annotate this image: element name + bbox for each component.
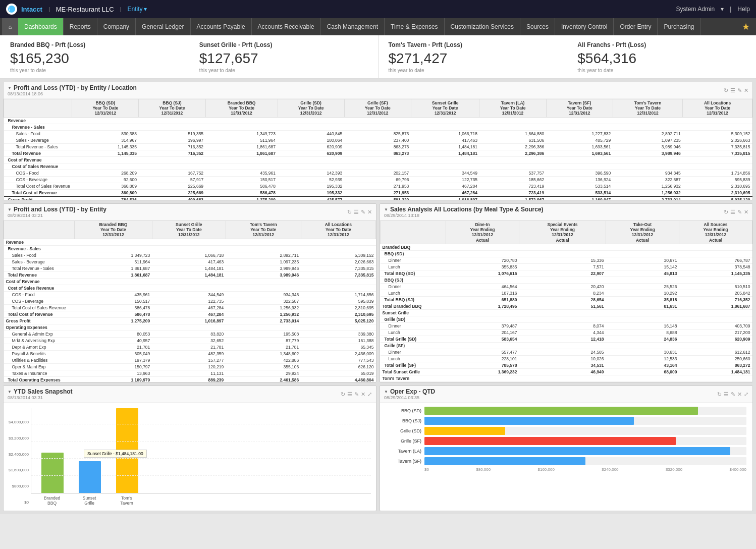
nav-purchasing[interactable]: Purchasing (658, 18, 700, 35)
kpi-sunset-title: Sunset Grille - Prft (Loss) (199, 41, 368, 48)
sales-analysis-table: Dine-InYear Ending12/31/2012Actual Speci… (380, 221, 752, 382)
table-row: Lunch187,3168,23410,292205,842 (381, 290, 752, 296)
refresh-icon[interactable]: ↻ (347, 209, 352, 215)
bar-container: Sunset Grille - $1,484,181.00 Branded BB… (31, 408, 371, 506)
edit-icon[interactable]: ✎ (737, 209, 742, 215)
nav-order-entry[interactable]: Order Entry (614, 18, 658, 35)
table-row: Payroll & Benefits605,049482,3591,348,60… (4, 350, 376, 357)
nav-bar: ⌂ Dashboards Reports Company General Led… (0, 18, 756, 35)
table-row: Grille (SD) (381, 316, 752, 322)
table-row: Tavern (LA) (381, 381, 752, 382)
kpi-row: Branded BBQ - Prft (Loss) $165,230 this … (0, 35, 756, 79)
list-icon[interactable]: ☰ (730, 209, 735, 215)
hbar-tavern-la-label: Tavern (LA) (386, 449, 421, 454)
delete-icon[interactable]: ✕ (737, 391, 742, 398)
table-row: Total Cost of Revenue586,478467,2841,256… (4, 311, 376, 317)
delete-icon[interactable]: ✕ (361, 391, 365, 398)
table-row: Sales - Food1,349,7231,066,7182,892,7115… (4, 252, 376, 258)
home-button[interactable]: ⌂ (2, 18, 18, 35)
col-all-locations: All LocationsYear To Date12/31/2012 (683, 99, 752, 118)
expand-icon[interactable]: ⤢ (367, 391, 372, 398)
sales-analysis-table-container: Dine-InYear Ending12/31/2012Actual Speci… (380, 221, 752, 382)
delete-icon[interactable]: ✕ (367, 209, 372, 215)
widget-pnl-entity-controls: ↻ ☰ ✎ ✕ (347, 209, 372, 215)
hbar-grille-sf-label: Grille (SF) (386, 438, 421, 444)
nav-general-ledger[interactable]: General Ledger (136, 18, 190, 35)
favorites-star[interactable]: ★ (738, 18, 754, 35)
hbar-bbq-sj-label: BBQ (SJ) (386, 418, 421, 423)
hbar-bbq-sj: BBQ (SJ) (386, 417, 746, 425)
nav-reports[interactable]: Reports (64, 18, 97, 35)
hbar-tavern-sf-label: Tavern (SF) (386, 459, 421, 464)
table-row: Total Grille (SD)583,65412,41824,836620,… (381, 336, 752, 342)
table-row: Total BBQ (SD)1,076,61522,90745,8131,145… (381, 270, 752, 277)
hbar-grille-sd-label: Grille (SD) (386, 428, 421, 433)
widget-ytd-controls: ↻ ☰ ✎ ✕ ⤢ (341, 391, 372, 398)
hbar-tavern-la-track (424, 447, 746, 455)
col-tavern-sf: Tavern (SF)Year To Date12/31/2012 (546, 99, 613, 118)
nav-accounts-payable[interactable]: Accounts Payable (191, 18, 252, 35)
hbar-tavern-sf-track (424, 457, 746, 465)
dashboard: Profit and Loss (YTD) - by Entity / Loca… (0, 79, 756, 514)
nav-company[interactable]: Company (97, 18, 136, 35)
nav-accounts-receivable[interactable]: Accounts Receivable (252, 18, 321, 35)
refresh-icon[interactable]: ↻ (724, 87, 728, 94)
refresh-icon[interactable]: ↻ (341, 391, 345, 398)
x-axis-labels: Branded BBQ Sunset Grille Tom's Tavern (31, 496, 371, 506)
edit-icon[interactable]: ✎ (731, 391, 735, 398)
widget-pnl-location-table-container: BBQ (SD)Year To Date12/31/2012 BBQ (SJ)Y… (4, 99, 752, 200)
kpi-branded-bbq-title: Branded BBQ - Prft (Loss) (10, 41, 179, 48)
refresh-icon[interactable]: ↻ (717, 391, 722, 398)
nav-dashboards[interactable]: Dashboards (18, 18, 64, 35)
table-row: Depr & Amort Exp21,78121,78121,78165,345 (4, 344, 376, 350)
delete-icon[interactable]: ✕ (744, 209, 748, 215)
delete-icon[interactable]: ✕ (744, 87, 748, 94)
table-row: Gross Profit784,526490,6831,275,209425,5… (4, 196, 752, 200)
table-row: COS - Food435,961344,549934,3451,714,856 (4, 291, 376, 298)
table-row: Sunset Grille (381, 309, 752, 316)
table-row: Total Cost of Sales Revenue586,478467,28… (4, 304, 376, 311)
edit-icon[interactable]: ✎ (361, 209, 365, 215)
kpi-toms-value: $271,427 (389, 50, 557, 67)
entity-dropdown[interactable]: Entity ▾ (128, 6, 147, 13)
table-row: Total Revenue1,861,6871,484,1813,989,946… (4, 271, 376, 278)
table-row: Cost of Revenue (4, 278, 376, 285)
nav-time-expenses[interactable]: Time & Expenses (385, 18, 445, 35)
table-row: Cost of Revenue (4, 156, 752, 163)
col-bbq-sj: BBQ (SJ)Year To Date12/31/2012 (139, 99, 205, 118)
edit-icon[interactable]: ✎ (354, 391, 359, 398)
kpi-all-title: All Franchs - Prft (Loss) (577, 41, 746, 48)
table-row: Total BBQ (SJ)651,88028,65435,818716,352 (381, 296, 752, 303)
widget-oper-exp-header: Oper Exp - QTD 08/29/2014 03:35 ↻ ☰ ✎ ✕ … (380, 386, 752, 403)
col-bbq-sd: BBQ (SD)Year To Date12/31/2012 (72, 99, 139, 118)
refresh-icon[interactable]: ↻ (724, 209, 728, 215)
widget-pnl-location-timestamp: 08/13/2014 18:06 (8, 91, 137, 96)
top-bar-left: i Intacct | ME-Restaurant LLC | Entity ▾ (6, 4, 147, 15)
edit-icon[interactable]: ✎ (737, 87, 742, 94)
widget-oper-exp: Oper Exp - QTD 08/29/2014 03:35 ↻ ☰ ✎ ✕ … (380, 386, 753, 511)
table-row: Total Revenue - Sales1,145,335716,3521,8… (4, 143, 752, 150)
kpi-branded-bbq-value: $165,230 (10, 50, 179, 67)
list-icon[interactable]: ☰ (730, 87, 735, 94)
hbar-tavern-sf: Tavern (SF) (386, 457, 746, 465)
nav-sources[interactable]: Sources (520, 18, 555, 35)
table-row: COS - Beverage92,60057,917150,51752,9396… (4, 176, 752, 183)
list-icon[interactable]: ☰ (347, 391, 352, 398)
widget-pnl-entity-header: Profit and Loss (YTD) - by Entity 08/29/… (4, 204, 376, 221)
pnl-location-table: BBQ (SD)Year To Date12/31/2012 BBQ (SJ)Y… (4, 99, 752, 200)
table-row: Total Revenue1,145,335716,3521,861,68762… (4, 150, 752, 156)
list-icon[interactable]: ☰ (354, 209, 359, 215)
help-link[interactable]: Help (737, 6, 750, 13)
nav-inventory[interactable]: Inventory Control (555, 18, 614, 35)
sysadmin-link[interactable]: System Admin (676, 6, 715, 13)
hbar-grille-sd: Grille (SD) (386, 427, 746, 435)
col-branded-bbq: Branded BBQYear To Date12/31/2012 (205, 99, 278, 118)
nav-cash-management[interactable]: Cash Management (321, 18, 385, 35)
list-icon[interactable]: ☰ (724, 391, 729, 398)
expand-icon[interactable]: ⤢ (744, 391, 748, 398)
hbar-bbq-sj-fill (424, 417, 634, 425)
widget-sales-analysis-controls: ↻ ☰ ✎ ✕ (724, 209, 748, 215)
nav-customization[interactable]: Customization Services (445, 18, 520, 35)
table-row: Gross Profit1,275,2091,016,8972,733,0145… (4, 317, 376, 324)
y-axis: $4,000,000 $3,200,000 $2,400,000 $1,600,… (9, 420, 29, 506)
